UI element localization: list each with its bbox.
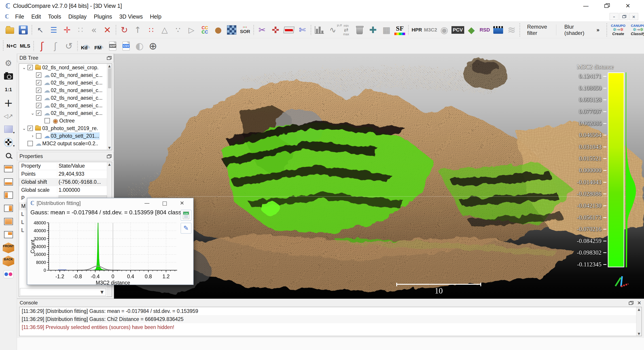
- db-tree-header[interactable]: DB Tree: [17, 54, 114, 62]
- toolbar-handle[interactable]: [253, 25, 254, 35]
- subsample-button[interactable]: ∷: [145, 23, 158, 37]
- menu-plugins[interactable]: Plugins: [90, 12, 116, 21]
- scroll-up-icon[interactable]: ▲: [108, 64, 111, 68]
- render-histogram-button[interactable]: ✎: [181, 223, 192, 234]
- view-front-button[interactable]: FRONT: [2, 242, 15, 254]
- dialog-maximize-button[interactable]: □: [162, 200, 167, 206]
- dialog-title-bar[interactable]: ℂ [Distribution fitting] — □ ✕: [27, 198, 193, 208]
- checkerboard-button[interactable]: [226, 23, 238, 37]
- toolbar-handle[interactable]: [76, 41, 78, 51]
- view-iso2-button[interactable]: [2, 229, 15, 240]
- compute-normals-button[interactable]: ↑: [132, 23, 144, 37]
- visibility-checkbox[interactable]: ✓: [28, 126, 33, 131]
- density-button[interactable]: ●: [212, 23, 224, 37]
- tree-item[interactable]: ›☁03_photo_sett_201...: [19, 132, 112, 140]
- blur-shader-button[interactable]: Blur (shader): [558, 21, 591, 38]
- properties-list-button[interactable]: ☰: [48, 23, 60, 37]
- visibility-checkbox[interactable]: [36, 133, 41, 139]
- tree-item[interactable]: ☁M3C2 output scale=0.2...: [19, 140, 112, 147]
- add-sf-button[interactable]: ✚: [367, 23, 379, 37]
- chevron-expanded-icon[interactable]: ⌄: [21, 65, 28, 70]
- toolbar-handle[interactable]: [31, 25, 33, 35]
- tree-item[interactable]: ✓☁02_tls_nord_aesei_c...: [19, 102, 112, 109]
- dialog-close-button[interactable]: ✕: [180, 200, 184, 206]
- facet-curve-button[interactable]: ʃ: [36, 39, 48, 53]
- kd-tree-button[interactable]: ☁Kd: [80, 39, 92, 53]
- menu-tools[interactable]: Tools: [44, 12, 64, 21]
- bubble-view-button[interactable]: ▾: [2, 124, 15, 135]
- menu-file[interactable]: File: [12, 12, 28, 21]
- clipping-box-button[interactable]: [283, 23, 295, 37]
- window-minimize-button[interactable]: —: [582, 2, 590, 9]
- sf-color-scale-button[interactable]: SF: [394, 23, 406, 37]
- visibility-checkbox[interactable]: ✓: [36, 103, 41, 108]
- sf-minmax-button[interactable]: min⇄max: [340, 23, 352, 37]
- view-right-button[interactable]: [2, 203, 15, 214]
- tree-item[interactable]: ⌄✓03_photo_sett_2019_re...: [19, 124, 112, 132]
- view-bottom-button[interactable]: [2, 176, 15, 188]
- scissors-segment-button[interactable]: ✂: [256, 23, 268, 37]
- fit-distribution-button[interactable]: ∿μ,σ: [326, 23, 339, 37]
- scroll-up-icon[interactable]: ▲: [638, 308, 640, 311]
- mdi-restore-button[interactable]: [620, 13, 628, 20]
- cloud-cloud-distance-button[interactable]: CCCC: [198, 23, 211, 37]
- scroll-down-icon[interactable]: ▼: [108, 146, 111, 150]
- zoom-button[interactable]: [2, 150, 15, 161]
- animation-plugin-button[interactable]: [492, 23, 504, 37]
- mdi-minimize-button[interactable]: –: [610, 13, 618, 20]
- canupo-create-button[interactable]: CANUPO✲→✲Create: [608, 23, 628, 37]
- tree-item[interactable]: ✓☁02_tls_nord_aesei_c...: [19, 86, 112, 94]
- view-iso1-button[interactable]: [2, 216, 15, 227]
- cross-section-button[interactable]: ✄: [296, 23, 308, 37]
- toolbar-handle[interactable]: [115, 25, 117, 35]
- save-button[interactable]: [17, 23, 30, 37]
- toolbar-handle[interactable]: [310, 25, 312, 35]
- menu-help[interactable]: Help: [146, 12, 165, 21]
- delete-sf-button[interactable]: [353, 23, 366, 37]
- csv-export-button[interactable]: CSV: [120, 39, 132, 53]
- properties-header[interactable]: Properties: [17, 152, 114, 160]
- visibility-checkbox[interactable]: ✓: [36, 72, 41, 78]
- shield-plugin-button[interactable]: ◉: [438, 23, 450, 37]
- sf-arithmetic-button[interactable]: ▦: [380, 23, 393, 37]
- triangulate-button[interactable]: ▷: [185, 23, 198, 37]
- chevron-expanded-icon[interactable]: ⌄: [21, 126, 28, 131]
- close-panel-icon[interactable]: ✕: [637, 300, 641, 306]
- scroll-down-icon[interactable]: ▼: [638, 332, 640, 336]
- hpr-plugin-button[interactable]: HPR: [410, 23, 423, 37]
- visibility-checkbox[interactable]: ✓: [36, 95, 41, 101]
- window-close-button[interactable]: ✕: [624, 2, 632, 9]
- translate-rotate-button[interactable]: ✜: [269, 23, 282, 37]
- point-list-picking-button[interactable]: ✛: [61, 23, 73, 37]
- toolbar-overflow-button[interactable]: »: [590, 24, 605, 35]
- toolbar-handle[interactable]: [2, 40, 4, 51]
- toolbar-handle[interactable]: [519, 23, 520, 37]
- toolbar-handle[interactable]: [33, 41, 34, 51]
- sor-filter-button[interactable]: •••SOR: [239, 23, 251, 37]
- scroll-up-icon[interactable]: ▲: [108, 162, 111, 166]
- tree-item[interactable]: ⌄✓☁02_tls_nord_aesei_c...: [19, 109, 112, 117]
- tree-item[interactable]: ◉Octree: [19, 117, 112, 124]
- pick-entity-button[interactable]: ↖: [34, 23, 46, 37]
- delete-button[interactable]: ✕: [101, 23, 114, 37]
- config-button[interactable]: ⚙: [2, 58, 15, 69]
- float-panel-icon[interactable]: [107, 56, 111, 60]
- apply-transformation-button[interactable]: «: [88, 23, 100, 37]
- globe-button[interactable]: ⊕: [147, 39, 159, 53]
- visibility-checkbox[interactable]: ✓: [28, 65, 33, 70]
- console-scrollbar[interactable]: ▲ ▼: [636, 307, 642, 336]
- zoom-1-1-button[interactable]: 1:1: [2, 84, 15, 95]
- shp-export-button[interactable]: SHP: [106, 39, 119, 53]
- visibility-checkbox[interactable]: [28, 141, 33, 146]
- view-top-button[interactable]: [2, 163, 15, 174]
- tree-item[interactable]: ✓☁02_tls_nord_aesei_c...: [19, 94, 112, 102]
- properties-combobox[interactable]: ▼: [20, 288, 106, 296]
- canupo-classify-button[interactable]: CANUPO✲→✲Classify: [628, 23, 644, 37]
- facets-fm-button[interactable]: ☁FM: [93, 39, 106, 53]
- sphere-render-button[interactable]: ◐: [133, 39, 146, 53]
- stereo-mode-button[interactable]: [2, 269, 15, 280]
- visibility-checkbox[interactable]: [44, 118, 50, 123]
- visibility-checkbox[interactable]: ✓: [36, 80, 41, 85]
- chevron-expanded-icon[interactable]: ⌄: [29, 110, 36, 116]
- menu-display[interactable]: Display: [64, 12, 90, 21]
